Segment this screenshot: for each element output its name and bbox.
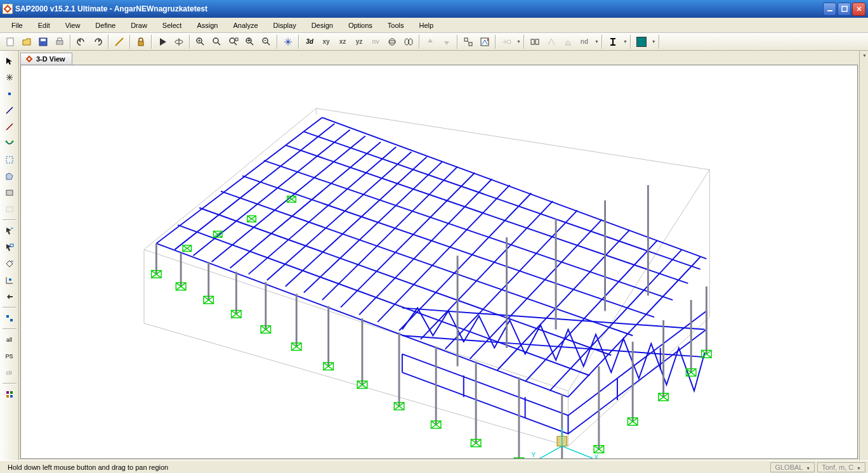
dropdown-icon[interactable]: ▼ (652, 39, 656, 44)
work-area: all PS clr 3-D View (0, 51, 868, 460)
dropdown-icon[interactable]: ▼ (862, 53, 867, 58)
quick-frame-button[interactable] (2, 119, 17, 134)
object-shrink-button[interactable] (461, 34, 476, 49)
menu-draw[interactable]: Draw (124, 20, 154, 30)
separator (70, 35, 71, 49)
select-intersect-button[interactable] (2, 256, 17, 271)
assign-option-button[interactable] (499, 34, 514, 49)
svg-rect-3 (7, 38, 13, 46)
rotate-3d-button[interactable] (171, 34, 187, 49)
svg-rect-23 (464, 38, 468, 41)
minimize-button[interactable] (823, 3, 836, 16)
menu-analyze[interactable]: Analyze (227, 20, 264, 30)
separator (3, 307, 16, 308)
select-all-button[interactable]: all (2, 332, 17, 347)
perspective-button[interactable] (385, 34, 400, 49)
dropdown-icon[interactable]: ▼ (516, 39, 521, 44)
maximize-button[interactable] (838, 3, 851, 16)
menu-help[interactable]: Help (413, 20, 440, 30)
zoom-previous-button[interactable] (226, 34, 241, 49)
svg-rect-7 (58, 38, 62, 41)
print-button[interactable] (52, 34, 67, 49)
redo-button[interactable] (90, 34, 105, 49)
select-coord-button[interactable] (2, 273, 17, 288)
svg-rect-2 (842, 6, 847, 11)
menu-options[interactable]: Options (342, 20, 379, 30)
pan-button[interactable] (280, 34, 296, 49)
new-button[interactable] (3, 34, 18, 49)
units-box[interactable]: Tonf, m, C ▼ (817, 462, 865, 472)
clear-select-button[interactable]: clr (2, 365, 17, 380)
view-nv-button[interactable]: nv (368, 34, 383, 49)
svg-rect-8 (138, 41, 143, 46)
view-tab-3d[interactable]: 3-D View (20, 53, 72, 65)
zoom-extents-button[interactable] (209, 34, 225, 49)
right-bar: ▼ (859, 51, 868, 460)
zoom-out-button[interactable]: - (259, 34, 274, 49)
misc-button[interactable] (2, 387, 17, 402)
menu-display[interactable]: Display (267, 20, 303, 30)
svg-point-18 (287, 41, 289, 43)
zoom-window-button[interactable] (193, 34, 208, 49)
dropdown-icon[interactable]: ▼ (595, 39, 599, 44)
nd-button[interactable]: nd (577, 34, 592, 49)
select-pointer-button[interactable] (2, 223, 17, 238)
separator (457, 35, 458, 49)
quick-area-button[interactable] (2, 202, 17, 217)
menu-define[interactable]: Define (89, 20, 122, 30)
menu-file[interactable]: File (5, 20, 29, 30)
set-display-button[interactable] (477, 34, 492, 49)
svg-point-30 (5, 141, 7, 143)
move-down-button[interactable] (439, 34, 454, 49)
svg-rect-41 (6, 395, 9, 398)
svg-rect-29 (8, 93, 11, 95)
svg-rect-6 (56, 41, 63, 44)
draw-joint-button[interactable] (2, 86, 17, 101)
menu-tools[interactable]: Tools (381, 20, 411, 30)
menu-view[interactable]: View (59, 20, 87, 30)
move-up-button[interactable] (423, 34, 438, 49)
pointer-button[interactable] (2, 53, 17, 68)
color-button[interactable] (634, 34, 649, 49)
draw-frame-button[interactable] (2, 103, 17, 118)
snap-joints-button[interactable] (2, 311, 17, 326)
undo-button[interactable] (74, 34, 89, 49)
view-yz-button[interactable]: yz (352, 34, 367, 49)
color-swatch-icon (636, 37, 647, 47)
menu-edit[interactable]: Edit (32, 20, 56, 30)
draw-area-button[interactable] (2, 152, 17, 167)
named-view-button[interactable] (527, 34, 542, 49)
menu-design[interactable]: Design (305, 20, 339, 30)
show-grid-button[interactable] (560, 34, 575, 49)
3d-view-canvas[interactable]: Y X (20, 65, 858, 459)
prev-select-button[interactable]: PS (2, 349, 17, 364)
svg-rect-5 (41, 39, 46, 41)
draw-rect-button[interactable] (2, 185, 17, 200)
coord-system-box[interactable]: GLOBAL ▼ (770, 462, 815, 472)
separator (3, 328, 16, 330)
view-3d-button[interactable]: 3d (302, 34, 317, 49)
run-button[interactable] (155, 34, 170, 49)
draw-poly-button[interactable] (2, 169, 17, 184)
section-cut-button[interactable] (544, 34, 559, 49)
view-xy-button[interactable]: xy (319, 34, 334, 49)
ibeam-button[interactable] (605, 34, 621, 49)
separator (659, 35, 660, 49)
reshape-button[interactable] (2, 70, 17, 85)
svg-rect-13 (235, 38, 238, 41)
refresh-button[interactable] (112, 34, 127, 49)
dropdown-icon[interactable]: ▼ (623, 39, 628, 44)
open-button[interactable] (19, 34, 34, 49)
menu-select[interactable]: Select (156, 20, 188, 30)
svg-rect-33 (6, 190, 13, 195)
close-button[interactable] (852, 3, 865, 16)
draw-cable-button[interactable] (2, 136, 17, 151)
lock-button[interactable] (133, 34, 148, 49)
zoom-in-button[interactable]: + (242, 34, 258, 49)
get-prev-select-button[interactable] (2, 289, 17, 304)
menu-assign[interactable]: Assign (190, 20, 224, 30)
shrink-button[interactable] (401, 34, 416, 49)
select-poly-button[interactable] (2, 240, 17, 255)
view-xz-button[interactable]: xz (335, 34, 350, 49)
save-button[interactable] (36, 34, 51, 49)
